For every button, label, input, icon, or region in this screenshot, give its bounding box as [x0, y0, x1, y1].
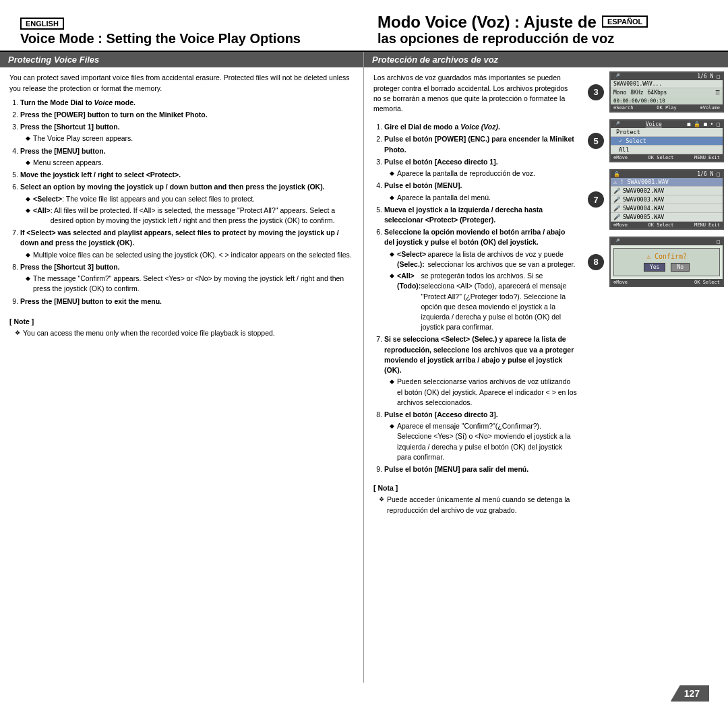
list-item: Press the [POWER] button to turn on the …: [20, 110, 354, 120]
confirm-dialog: ⚠ Confirm? Yes No: [613, 248, 720, 276]
screen8-move: ⊕Move: [613, 280, 628, 285]
screen3-filename: SWAV0001.WAV...: [611, 80, 723, 88]
list-item: Pulse el botón [MENU] para salir del men…: [384, 464, 577, 474]
device-screen-7: 🔒 1/6 N □ ⚠ ! SWAV0001.WAV 🎤 SWAV0002.WA…: [609, 169, 724, 230]
device-screen-5-row: 5 🎤 Voice ■ 🔒 ■ • □ Protect ✓ Select All: [588, 119, 724, 162]
header: ENGLISH Voice Mode : Setting the Voice P…: [0, 13, 728, 52]
step-label: Press the [MENU] button.: [20, 147, 106, 155]
screen5-bottombar: ⊕Move OK Select MENU Exit: [611, 154, 723, 161]
right-steps: Gire el Dial de modo a Voice (Voz). Puls…: [364, 118, 586, 479]
page-num-container: 127: [671, 685, 709, 702]
screen5-protect: Protect: [611, 128, 723, 137]
bullet-item: <Select> (Selec.): aparece la lista de a…: [390, 249, 577, 270]
step-label: Mueva el joystick a la izquierda / derec…: [384, 206, 543, 224]
step-label: Press the [POWER] button to turn on the …: [20, 111, 208, 119]
list-item: Press the [MENU] button. Menu screen app…: [20, 146, 354, 168]
step-label: Gire el Dial de modo a Voice (Voz).: [384, 123, 500, 131]
screen3-progress: 00:00:00/00:00:10: [611, 97, 723, 104]
bullet-item: Multiple voice files can be selected usi…: [26, 250, 354, 260]
page: ENGLISH Voice Mode : Setting the Voice P…: [0, 0, 728, 715]
header-title-right-sub: las opciones de reproducción de voz: [377, 31, 708, 46]
step-8-circle: 8: [588, 254, 604, 270]
list-item: Pulse el botón [Acceso directo 1]. Apare…: [384, 157, 577, 179]
device-screen-7-row: 7 🔒 1/6 N □ ⚠ ! SWAV0001.WAV 🎤 SWAV0002.…: [588, 169, 724, 230]
screen3-counter: 1/6 N □: [697, 73, 720, 80]
screen7-file4: 🎤 SWAV0004.WAV: [611, 204, 723, 213]
screen5-icons: ■ 🔒 ■ • □: [687, 121, 720, 127]
header-title-left: Voice Mode : Setting the Voice Play Opti…: [20, 31, 364, 46]
screen5-move: ⊕Move: [613, 155, 628, 160]
screen8-topbar: 🎤 □: [611, 238, 723, 245]
list-item: Pulse el botón [MENU]. Aparece la pantal…: [384, 181, 577, 202]
screen3-topbar: 🎤 1/6 N □: [611, 73, 723, 80]
confirm-yes-button[interactable]: Yes: [644, 263, 665, 272]
screen5-select: ✓ Select: [611, 137, 723, 146]
page-number: 127: [671, 685, 709, 702]
screen3-mono: Mono: [613, 90, 626, 96]
list-item: Select an option by moving the joystick …: [20, 182, 354, 226]
bottom-area: 127: [0, 683, 728, 702]
step-label: Pulse el botón [POWER] (ENC.) para encen…: [384, 135, 574, 153]
screen8-bottombar: ⊕Move OK Select: [611, 279, 723, 286]
screen7-ok: OK Select: [648, 222, 674, 228]
step-label: Seleccione la opción moviendo el botón a…: [384, 228, 565, 246]
step-label: Press the [Shortcut 3] button.: [20, 263, 120, 271]
screen7-file2: 🎤 SWAV0002.WAV: [611, 187, 723, 195]
device-screen-8: 🎤 □ ⚠ Confirm? Yes No: [609, 237, 724, 287]
list-item: Press the [Shortcut 1] button. The Voice…: [20, 122, 354, 144]
right-text-col: Los archivos de voz guardados más import…: [364, 67, 586, 683]
step-label: Pulse el botón [Acceso directo 3].: [384, 410, 498, 418]
list-item: Press the [Shortcut 3] button. The messa…: [20, 262, 354, 294]
right-section-header: Protección de archivos de voz: [364, 52, 728, 67]
screen8-ok: OK Select: [694, 280, 720, 285]
bullet-item: Aparece la pantalla de reproducción de v…: [390, 168, 577, 179]
bullet-item: <Select>: The voice file list appears an…: [26, 194, 354, 204]
confirm-icon: ⚠ Confirm?: [618, 253, 715, 260]
bullet-item: <All> (Todo): se protegerán todos los ar…: [390, 271, 577, 332]
step-label: Si se selecciona <Select> (Selec.) y apa…: [384, 335, 574, 374]
step-label: Move the joystick left / right to select…: [20, 170, 181, 179]
screen5-all: All: [611, 146, 723, 154]
step-label: If <Select> was selected and playlist ap…: [20, 228, 339, 247]
screen7-file1: ⚠ ! SWAV0001.WAV: [611, 178, 723, 187]
note-box-right: [ Nota ] Puede acceder únicamente al men…: [364, 479, 586, 520]
screen3-info: Mono 8KHz 64Kbps ☰: [611, 88, 723, 97]
list-item: Move the joystick left / right to select…: [20, 170, 354, 180]
main-content: Protecting Voice Files You can protect s…: [0, 52, 728, 683]
note-bullet-right: Puede acceder únicamente al menú cuando …: [379, 495, 577, 515]
step-7-circle: 7: [588, 191, 604, 208]
note-title-right: [ Nota ]: [373, 483, 577, 493]
screen7-counter: 1/6 N □: [697, 171, 720, 177]
step-label: Pulse el botón [MENU] para salir del men…: [384, 465, 528, 473]
screen3-icon: ☰: [715, 90, 720, 96]
list-item: Si se selecciona <Select> (Selec.) y apa…: [384, 334, 577, 408]
screen5-topbar: 🎤 Voice ■ 🔒 ■ • □: [611, 121, 723, 128]
screen7-move: ⊕Move: [613, 222, 628, 228]
step-label: Select an option by moving the joystick …: [20, 183, 325, 191]
screen7-topbar: 🔒 1/6 N □: [611, 170, 723, 178]
device-screen-5: 🎤 Voice ■ 🔒 ■ • □ Protect ✓ Select All ⊕…: [609, 119, 724, 162]
devices-col: 3 🎤 1/6 N □ SWAV0001.WAV... Mono 8KHz 64…: [586, 67, 728, 683]
screen3-bottombar: ⊕Search OK Play ⊕Volume: [611, 104, 723, 111]
confirm-text: Confirm?: [655, 253, 687, 260]
bullet-item: Aparece el mensaje "Confirm?"(¿Confirmar…: [390, 421, 577, 462]
device-screen-8-row: 8 🎤 □ ⚠ Confirm? Yes No: [588, 237, 724, 287]
header-left: ENGLISH Voice Mode : Setting the Voice P…: [20, 18, 364, 46]
bullet-item: Pueden seleccionarse varios archivos de …: [390, 377, 577, 408]
mic-icon-8: 🎤: [613, 239, 620, 245]
step-5-circle: 5: [588, 133, 604, 149]
note-bullet-left: You can access the menu only when the re…: [15, 328, 354, 338]
mic-icon: 🎤: [613, 73, 620, 80]
screen3-vol: ⊕Volume: [700, 105, 720, 111]
left-section-header: Protecting Voice Files: [0, 52, 363, 67]
note-box-left: [ Note ] You can access the menu only wh…: [0, 313, 363, 342]
screen7-file3: 🎤 SWAV0003.WAV: [611, 195, 723, 204]
english-badge: ENGLISH: [20, 18, 64, 30]
bullet-item: The Voice Play screen appears.: [26, 133, 354, 144]
confirm-no-button[interactable]: No: [671, 263, 690, 272]
note-title-left: [ Note ]: [9, 317, 354, 327]
confirm-buttons: Yes No: [618, 263, 715, 272]
screen8-box: □: [717, 239, 720, 245]
list-item: Turn the Mode Dial to Voice mode.: [20, 98, 354, 108]
device-screen-3: 🎤 1/6 N □ SWAV0001.WAV... Mono 8KHz 64Kb…: [609, 71, 724, 113]
